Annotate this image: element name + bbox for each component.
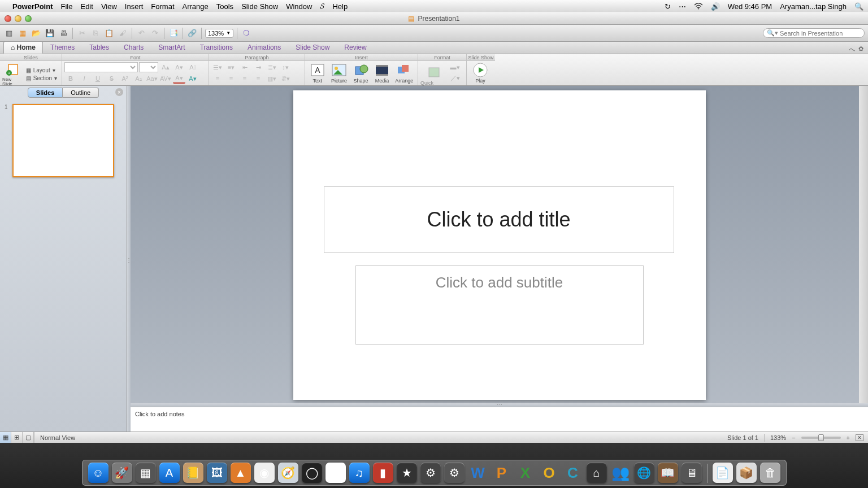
tab-slideshow[interactable]: Slide Show [288,41,337,54]
globe-icon[interactable]: 🌐 [634,463,654,483]
new-slide-button[interactable]: + New Slide [2,62,23,86]
qat-open-icon[interactable]: 📂 [31,28,42,39]
highlight-icon[interactable]: A▾ [186,73,199,84]
tab-home[interactable]: Home [3,41,43,54]
numbering-icon[interactable]: ≡▾ [225,62,237,72]
strike-icon[interactable]: S̶ [105,73,118,84]
fit-icon[interactable]: ✕ [856,434,863,441]
zoom-selector[interactable]: 133%▼ [205,29,233,38]
qat-template-icon[interactable]: ▦ [17,28,28,39]
powerpoint-icon[interactable]: P [492,463,512,483]
close-window-button[interactable] [5,15,11,22]
insert-text-button[interactable]: AText [307,63,327,84]
notes-pane[interactable]: Click to add notes [131,407,868,432]
vlc-icon[interactable]: ▲ [231,463,251,483]
imovie-icon[interactable]: ★ [397,463,417,483]
finder-icon[interactable]: ☺ [88,463,108,483]
messenger-icon[interactable]: C [563,463,583,483]
qat-paste-icon[interactable]: 📋 [103,28,115,39]
normal-view-icon[interactable]: ▦ [0,432,11,443]
minimize-window-button[interactable] [15,15,21,22]
menu-help[interactable]: Help [332,2,348,11]
ribbon-settings-icon[interactable]: ✿ [858,45,863,54]
arrange-button[interactable]: Arrange [393,63,415,84]
sorter-view-icon[interactable]: ⊞ [11,432,23,443]
slide-canvas[interactable]: Click to add title Click to add subtitle [293,90,706,400]
bold-icon[interactable]: B [64,73,77,84]
play-button[interactable]: Play [469,63,492,84]
appstore-icon[interactable]: A [159,463,180,483]
grow-font-icon[interactable]: A▴ [159,62,172,72]
launchpad-icon[interactable]: 🚀 [112,463,132,483]
menu-view[interactable]: View [101,2,117,11]
columns-icon[interactable]: ▥▾ [266,73,278,84]
zoom-in-icon[interactable]: + [847,434,850,441]
itunes-icon[interactable]: ♫ [349,463,370,483]
outlook-icon[interactable]: O [539,463,559,483]
insert-picture-button[interactable]: Picture [328,63,349,84]
xcode-icon[interactable]: ⚙ [420,463,441,483]
menu-slideshow[interactable]: Slide Show [241,2,278,11]
insert-media-button[interactable]: Media [372,63,392,84]
qat-new-icon[interactable]: ▥ [3,28,15,39]
menu-file[interactable]: File [61,2,73,11]
menu-window[interactable]: Window [286,2,312,11]
bluetooth-icon[interactable]: ⋯ [679,2,686,11]
book-icon[interactable]: 📖 [658,463,678,483]
mission-icon[interactable]: ▦ [136,463,156,483]
change-case-icon[interactable]: Aa▾ [146,73,158,84]
outdent-icon[interactable]: ⇤ [238,62,251,72]
qat-undo-icon[interactable]: ↶ [136,28,147,39]
qat-slides-icon[interactable]: 📑 [168,28,179,39]
panel-tab-slides[interactable]: Slides [28,88,63,98]
ribbon-collapse-icon[interactable]: へ [849,45,855,54]
qat-cut-icon[interactable]: ✂ [76,28,88,39]
chrome-icon[interactable]: ◉ [254,463,275,483]
red-icon[interactable]: ▮ [373,463,393,483]
user-menu[interactable]: Aryaman...tap Singh [780,2,847,11]
search-input[interactable] [780,30,861,37]
qat-formatpaint-icon[interactable]: 🖌 [117,28,128,39]
utility-icon[interactable]: ⚙ [444,463,465,483]
remote-icon[interactable]: ⌂ [587,463,607,483]
steam-icon[interactable]: ◯ [302,463,322,483]
calendar-icon[interactable]: 11 [326,463,346,483]
text-direction-icon[interactable]: ↕▾ [279,62,292,72]
contacts-icon[interactable]: 📒 [183,463,203,483]
insert-shape-button[interactable]: Shape [351,63,371,84]
underline-icon[interactable]: U [92,73,104,84]
qat-redo-icon[interactable]: ↷ [149,28,160,39]
italic-icon[interactable]: I [78,73,90,84]
people-icon[interactable]: 👥 [610,463,631,483]
menu-format[interactable]: Format [151,2,174,11]
subtitle-placeholder[interactable]: Click to add subtitle [355,265,644,345]
menu-arrange[interactable]: Arrange [183,2,209,11]
menu-tools[interactable]: Tools [216,2,233,11]
align-left-icon[interactable]: ≡ [211,73,224,84]
line-icon[interactable]: ／▾ [449,73,461,83]
indent-icon[interactable]: ⇥ [252,62,264,72]
tab-tables[interactable]: Tables [82,41,116,54]
qat-save-icon[interactable]: 💾 [44,28,55,39]
char-spacing-icon[interactable]: AV▾ [159,73,172,84]
subscript-icon[interactable]: A₂ [132,73,145,84]
slideshow-view-icon[interactable]: ▢ [23,432,34,443]
tab-smartart[interactable]: SmartArt [151,41,192,54]
excel-icon[interactable]: X [515,463,536,483]
box-icon[interactable]: 📦 [736,463,757,483]
tab-review[interactable]: Review [337,41,374,54]
line-spacing-icon[interactable]: ≣▾ [266,62,278,72]
superscript-icon[interactable]: A² [119,73,131,84]
app-menu[interactable]: PowerPoint [12,2,53,11]
monitor-icon[interactable]: 🖥 [682,463,702,483]
clock[interactable]: Wed 9:46 PM [728,2,772,11]
qat-link-icon[interactable]: 🔗 [186,28,198,39]
qat-copy-icon[interactable]: ⎘ [90,28,101,39]
tab-charts[interactable]: Charts [116,41,151,54]
zoom-slider[interactable] [801,437,841,439]
font-color-icon[interactable]: A▾ [173,73,185,84]
align-right-icon[interactable]: ≡ [238,73,251,84]
panel-tab-outline[interactable]: Outline [63,88,99,98]
shrink-font-icon[interactable]: A▾ [173,62,185,72]
tab-transitions[interactable]: Transitions [193,41,240,54]
